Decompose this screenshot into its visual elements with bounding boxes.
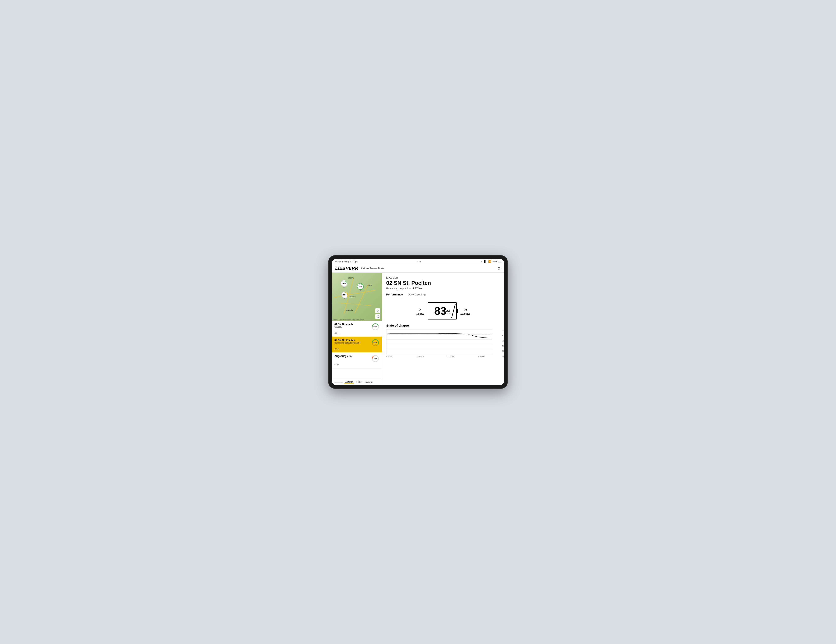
tab-device-settings[interactable]: Device settings — [408, 293, 426, 298]
device-01-progress: 69% — [371, 323, 379, 331]
y-label-20: 20% — [502, 350, 504, 352]
map-label-slovakia: Sloval — [367, 284, 372, 286]
device-03-footer: » ▭ — [335, 363, 379, 366]
x-label-700: 7.00 am — [447, 355, 454, 357]
power-display: › 0.0 kW 83 % » 18.0 kW — [386, 302, 500, 319]
pin-50-label: 50% — [342, 283, 346, 284]
right-panel: LPO 100 02 SN St. Poelten Remaining outp… — [382, 273, 504, 385]
y-label-0: 0% — [502, 355, 504, 357]
tab-performance[interactable]: Performance — [386, 293, 403, 298]
grid-line-100 — [387, 329, 492, 330]
device-02-name: 02 SN St. Poelten — [335, 339, 361, 342]
device-02-battery-icon: ▭ — [335, 347, 337, 350]
time-btn-5days[interactable]: 5 days — [365, 381, 372, 384]
battery-status: 76 % — [492, 260, 497, 263]
device-item-03[interactable]: Augsburg ZP4 40% » — [332, 353, 382, 368]
chart-y-labels: 100% 80% 60% 40% 20% 0% — [502, 329, 504, 357]
device-location: 02 SN St. Poelten — [386, 280, 500, 286]
map-footer: Google Keyboard shortcuts Map Data Terms — [333, 319, 364, 320]
y-label-60: 60% — [502, 340, 504, 342]
device-01-charge-label: 69% — [374, 326, 377, 328]
time-btn-120min[interactable]: 120 min — [345, 380, 354, 384]
chevron-left-icon: › — [416, 307, 424, 312]
device-03-name: Augsburg ZP4 — [335, 355, 351, 358]
map-label-czechia: Czechia — [348, 277, 354, 279]
status-time: 07:51 — [335, 260, 341, 263]
remaining-text: Remaining output time: 2:57 hrs — [386, 287, 500, 290]
status-center — [418, 261, 421, 262]
time-btn-24hrs[interactable]: 24 hrs — [356, 381, 363, 384]
dot3 — [420, 261, 421, 262]
device-02-charge-label: 83% — [374, 342, 377, 344]
device-02-sub: Remaining output time: 2:57 — [335, 342, 361, 344]
pin-circle-50: 50% — [341, 280, 347, 287]
remaining-label: Remaining output time: — [386, 287, 412, 290]
device-03-battery-icon: ▭ — [337, 363, 339, 366]
y-label-80: 80% — [502, 335, 504, 337]
device-item-01-header: 01 SN Biberach Standby 69% — [335, 323, 379, 331]
chart-x-labels: 6.00 am 6.30 am 7.00 am 7.30 am — [386, 355, 492, 357]
device-item-02[interactable]: 02 SN St. Poelten Remaining output time:… — [332, 337, 382, 353]
time-bar — [335, 382, 343, 382]
power-out-label: 18.0 kW — [460, 312, 470, 315]
pin-circle-83: 83% — [357, 283, 364, 290]
map-pin-83[interactable]: 83% — [357, 283, 364, 291]
grid-line-60 — [387, 339, 492, 340]
remaining-value: 2:57 hrs — [413, 287, 422, 290]
pin-circle-60: 60% — [341, 291, 348, 298]
device-01-dash: — — [338, 332, 340, 334]
device-03-info: Augsburg ZP4 — [335, 355, 351, 358]
device-02-info: 02 SN St. Poelten Remaining output time:… — [335, 339, 361, 345]
settings-icon[interactable]: ⚙ — [497, 266, 501, 271]
pin-83-label: 83% — [359, 286, 362, 288]
tab-bar: Performance Device settings — [386, 293, 500, 298]
map-background: Czechia Sloval Austria Slovenia 83 — [332, 273, 382, 321]
battery-slash-decoration — [451, 304, 456, 318]
pin-60-label: 60% — [343, 294, 346, 296]
grid-line-20 — [387, 349, 492, 350]
wifi-icon: 📶 — [488, 260, 491, 263]
map-controls: ⊕ ⛶ — [375, 308, 380, 319]
y-label-40: 40% — [502, 345, 504, 347]
soc-title: State of charge — [386, 324, 500, 327]
battery-pct-sign: % — [446, 309, 451, 315]
device-01-footer: ▭ — — [335, 332, 379, 334]
time-filter: 120 min 24 hrs 5 days — [332, 379, 382, 385]
device-item-01[interactable]: 01 SN Biberach Standby 69% — [332, 321, 382, 337]
y-label-100: 100% — [502, 329, 504, 332]
device-03-progress: 40% — [371, 355, 379, 363]
device-02-chevron: » — [338, 348, 339, 350]
device-item-02-header: 02 SN St. Poelten Remaining output time:… — [335, 339, 379, 347]
map-label-slovenia: Slovenia — [346, 309, 353, 311]
map-road-4 — [338, 302, 372, 306]
status-left: 07:51 Freitag 12. Apr. — [335, 260, 358, 263]
map-expand-button[interactable]: ⛶ — [375, 314, 380, 319]
device-01-info: 01 SN Biberach Standby — [335, 323, 353, 328]
status-bar: 07:51 Freitag 12. Apr. ▲ ▌▌ 📶 76 % ▬ — [332, 259, 504, 264]
main-content: Czechia Sloval Austria Slovenia 83 — [332, 273, 504, 385]
map-label-austria: Austria — [349, 296, 356, 298]
map-pin-50[interactable]: 50% — [341, 280, 347, 288]
header-left: LIEBHERR Liduro Power Ports — [335, 266, 384, 271]
tablet-device: 07:51 Freitag 12. Apr. ▲ ▌▌ 📶 76 % ▬ LIE… — [328, 255, 508, 389]
status-date: Freitag 12. Apr. — [342, 260, 358, 263]
map-pin-60[interactable]: 60% — [341, 291, 348, 299]
device-item-03-header: Augsburg ZP4 40% — [335, 355, 379, 363]
signal-icon: ▲ — [480, 260, 483, 263]
map-locate-button[interactable]: ⊕ — [375, 308, 380, 313]
chevron-right-icon: » — [460, 307, 470, 312]
cellular-icon: ▌▌ — [484, 260, 487, 263]
liebherr-logo: LIEBHERR — [335, 266, 358, 271]
device-03-chevron: » — [335, 364, 336, 366]
grid-line-80 — [387, 334, 492, 335]
power-in-value: › 0.0 kW — [416, 307, 424, 315]
app-header: LIEBHERR Liduro Power Ports ⚙ — [332, 264, 504, 273]
chart-container — [386, 329, 492, 355]
battery-percent-value: 83 — [434, 306, 446, 316]
status-right: ▲ ▌▌ 📶 76 % ▬ — [480, 260, 501, 263]
chart-wrapper: 100% 80% 60% 40% 20% 0% 6.00 am 6.30 am … — [386, 329, 500, 357]
dot2 — [419, 261, 420, 262]
device-model: LPO 100 — [386, 276, 500, 280]
device-02-footer: ▭ » — [335, 347, 379, 350]
tablet-screen: 07:51 Freitag 12. Apr. ▲ ▌▌ 📶 76 % ▬ LIE… — [332, 259, 504, 385]
